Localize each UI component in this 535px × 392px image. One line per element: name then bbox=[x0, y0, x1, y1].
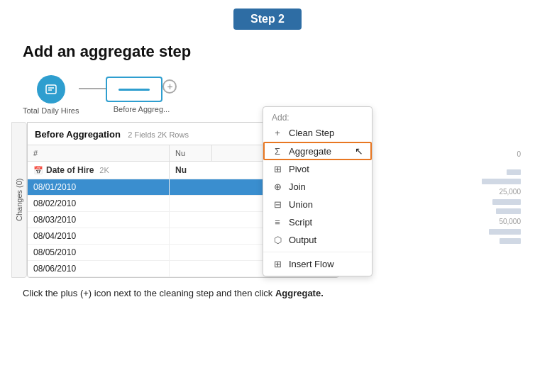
chart-label-50k: 50,000 bbox=[450, 218, 521, 225]
node2-label: Before Aggreg... bbox=[114, 105, 170, 113]
date-cell: 08/02/2010 bbox=[28, 196, 170, 211]
menu-item-union-label: Union bbox=[289, 199, 313, 210]
chart-label-25k: 25,000 bbox=[450, 188, 521, 196]
rect-inner bbox=[118, 89, 150, 91]
chart-area: 0 25,000 50,000 bbox=[450, 150, 521, 245]
chart-bar-3 bbox=[450, 199, 521, 205]
chart-bar-1 bbox=[450, 169, 521, 175]
date-cell: 08/03/2010 bbox=[28, 212, 170, 228]
menu-item-script[interactable]: ≡ Script bbox=[263, 213, 372, 231]
date-cell: 08/01/2010 bbox=[28, 179, 170, 195]
menu-item-script-label: Script bbox=[289, 217, 312, 228]
panel-title: Before Aggregation 2 Fields 2K Rows bbox=[35, 128, 189, 140]
menu-divider bbox=[263, 252, 372, 252]
col-header-date: # bbox=[28, 145, 170, 161]
node1-label: Total Daily Hires bbox=[23, 106, 79, 115]
menu-item-insertflow[interactable]: ⊞ Insert Flow bbox=[263, 255, 372, 273]
menu-item-aggregate-label: Aggregate bbox=[289, 146, 331, 157]
pipeline-row: Total Daily Hires + Before Aggreg... bbox=[23, 75, 177, 115]
plus-button[interactable]: + bbox=[162, 79, 177, 94]
sidebar-tab[interactable]: Changes (0) bbox=[11, 122, 27, 278]
rect-box bbox=[106, 77, 162, 102]
footer-instructions: Click the plus (+) icon next to the clea… bbox=[0, 278, 535, 306]
step-banner: Step 2 bbox=[0, 0, 535, 35]
svg-rect-0 bbox=[46, 85, 56, 94]
plus-icon: + bbox=[167, 81, 172, 92]
chart-label-0: 0 bbox=[450, 150, 521, 158]
union-icon: ⊟ bbox=[272, 199, 283, 210]
menu-item-pivot[interactable]: ⊞ Pivot bbox=[263, 160, 372, 178]
chart-bar-4 bbox=[450, 208, 521, 214]
field-count: 2K bbox=[99, 166, 109, 174]
menu-item-pivot-label: Pivot bbox=[289, 164, 309, 174]
calendar-icon: 📅 bbox=[33, 166, 43, 175]
col-header-num: Nu bbox=[170, 145, 212, 161]
aggregate-icon: Σ bbox=[272, 146, 283, 157]
menu-item-output-label: Output bbox=[289, 235, 316, 245]
field-date-of-hire: 📅 Date of Hire 2K bbox=[28, 162, 170, 179]
pivot-icon: ⊞ bbox=[272, 164, 283, 174]
page-title: Add an aggregate step bbox=[0, 35, 535, 69]
date-cell: 08/05/2010 bbox=[28, 245, 170, 260]
diagram-area: Total Daily Hires + Before Aggreg... Add… bbox=[0, 69, 535, 118]
step-badge: Step 2 bbox=[233, 9, 302, 30]
menu-item-insertflow-label: Insert Flow bbox=[289, 259, 334, 269]
add-menu: Add: + Clean Step Σ Aggregate ↖ ⊞ Pivot … bbox=[263, 106, 373, 276]
output-icon: ⬡ bbox=[272, 235, 283, 245]
date-cell: 08/04/2010 bbox=[28, 228, 170, 244]
chart-bar-2 bbox=[450, 179, 521, 184]
menu-item-join-label: Join bbox=[289, 181, 306, 192]
cursor-icon: ↖ bbox=[355, 145, 363, 157]
chart-bar-6 bbox=[450, 238, 521, 244]
field-num: Nu bbox=[170, 162, 212, 179]
node-total-daily-hires: Total Daily Hires bbox=[23, 75, 79, 115]
script-icon: ≡ bbox=[272, 217, 283, 228]
date-col-hash: # bbox=[33, 149, 38, 157]
node1-circle bbox=[37, 75, 65, 103]
clean-icon: + bbox=[272, 128, 283, 138]
chart-bar-5 bbox=[450, 229, 521, 235]
footer-text-bold: Aggregate. bbox=[275, 288, 324, 298]
menu-item-aggregate[interactable]: Σ Aggregate ↖ bbox=[263, 142, 372, 160]
connector-line-1 bbox=[79, 88, 106, 89]
menu-item-output[interactable]: ⬡ Output bbox=[263, 231, 372, 249]
menu-item-clean[interactable]: + Clean Step bbox=[263, 124, 372, 142]
menu-header: Add: bbox=[263, 110, 372, 124]
insertflow-icon: ⊞ bbox=[272, 259, 283, 269]
menu-item-union[interactable]: ⊟ Union bbox=[263, 196, 372, 213]
menu-item-clean-label: Clean Step bbox=[289, 128, 334, 138]
join-icon: ⊕ bbox=[272, 181, 283, 192]
date-cell: 08/06/2010 bbox=[28, 261, 170, 276]
node1-icon bbox=[44, 82, 58, 96]
footer-text-plain: Click the plus (+) icon next to the clea… bbox=[23, 288, 275, 298]
menu-item-join[interactable]: ⊕ Join bbox=[263, 178, 372, 196]
node-before-aggregation: + Before Aggreg... bbox=[106, 77, 177, 113]
